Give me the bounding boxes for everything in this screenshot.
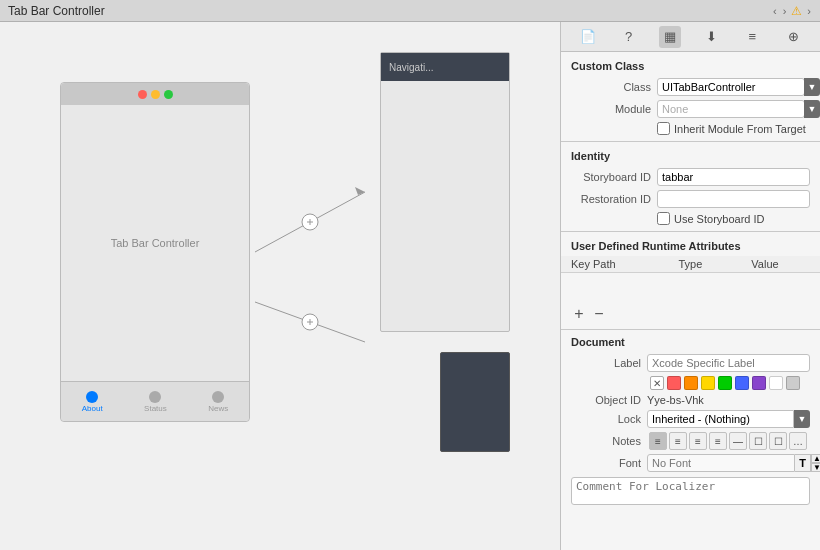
color-swatch-red[interactable] (667, 376, 681, 390)
notes-btn-box1[interactable]: ☐ (749, 432, 767, 450)
use-storyboard-label: Use Storyboard ID (674, 213, 764, 225)
use-storyboard-checkbox[interactable] (657, 212, 670, 225)
color-swatch-orange[interactable] (684, 376, 698, 390)
font-stepper: ▲ ▼ (811, 454, 820, 472)
notes-btn-align-right[interactable]: ≡ (689, 432, 707, 450)
col-value: Value (741, 256, 820, 273)
restoration-id-row: Restoration ID (561, 188, 820, 210)
object-id-value: Yye-bs-Vhk (647, 394, 704, 406)
tbc-body: Tab Bar Controller (61, 105, 249, 381)
title-bar: Tab Bar Controller ‹ › ⚠ › (0, 0, 820, 22)
svg-line-0 (255, 192, 365, 252)
nav-back-button[interactable]: ‹ (772, 5, 778, 17)
identity-section: Identity Storyboard ID Restoration ID Us… (561, 142, 820, 232)
right-panel: 📄 ? ▦ ⬇ ≡ ⊕ Custom Class Class ▼ Module (560, 22, 820, 550)
tbc-titlebar (61, 83, 249, 105)
font-T-button[interactable]: T (795, 454, 811, 472)
nav-next-button[interactable]: › (806, 5, 812, 17)
font-stepper-down[interactable]: ▼ (811, 463, 820, 472)
notes-btn-align-left[interactable]: ≡ (649, 432, 667, 450)
inherit-module-checkbox[interactable] (657, 122, 670, 135)
lock-label: Lock (571, 413, 641, 425)
nav-controller-mockup: Navigati... (380, 52, 510, 332)
lock-row: Lock Inherited - (Nothing) ▼ (561, 408, 820, 430)
tab-bar-controller-mockup: Tab Bar Controller About Status News (60, 82, 250, 422)
lock-select-wrapper: Inherited - (Nothing) ▼ (647, 410, 810, 428)
second-vc-mockup (440, 352, 510, 452)
class-select-wrapper: ▼ (657, 78, 820, 96)
warning-icon: ⚠ (791, 4, 802, 18)
font-input-wrapper: T ▲ ▼ (647, 454, 820, 472)
svg-point-2 (302, 214, 318, 230)
user-defined-section: User Defined Runtime Attributes Key Path… (561, 232, 820, 330)
object-id-label: Object ID (571, 394, 641, 406)
traffic-light-yellow (151, 90, 160, 99)
notes-label: Notes (571, 435, 641, 447)
tab-label-news: News (208, 404, 228, 413)
nav-header-label: Navigati... (389, 62, 433, 73)
tab-dot-status (149, 391, 161, 403)
notes-row: Notes ≡ ≡ ≡ ≡ — ☐ ☐ … (561, 430, 820, 452)
notes-btn-align-center[interactable]: ≡ (669, 432, 687, 450)
color-swatch-white[interactable] (769, 376, 783, 390)
inspector-connections-icon[interactable]: ⊕ (782, 26, 804, 48)
lock-select[interactable]: Inherited - (Nothing) (647, 410, 794, 428)
inspector-help-icon[interactable]: ? (618, 26, 640, 48)
attr-table-head: Key Path Type Value (561, 256, 820, 273)
attr-table: Key Path Type Value (561, 256, 820, 303)
color-swatch-yellow[interactable] (701, 376, 715, 390)
add-attr-button[interactable]: + (571, 306, 587, 322)
tab-item-about: About (82, 391, 103, 413)
class-input[interactable] (657, 78, 805, 96)
restoration-id-input[interactable] (657, 190, 810, 208)
document-header: Document (561, 334, 820, 352)
restoration-id-label: Restoration ID (571, 193, 651, 205)
notes-btn-more[interactable]: … (789, 432, 807, 450)
inherit-module-row: Inherit Module From Target (561, 120, 820, 137)
class-arrow-btn[interactable]: ▼ (804, 78, 820, 96)
tab-dot-about (86, 391, 98, 403)
font-label: Font (571, 457, 641, 469)
module-input[interactable] (657, 100, 805, 118)
inspector-toolbar: 📄 ? ▦ ⬇ ≡ ⊕ (561, 22, 820, 52)
inspector-identity-icon[interactable]: ▦ (659, 26, 681, 48)
canvas-area: Tab Bar Controller About Status News (0, 22, 560, 550)
col-type: Type (668, 256, 741, 273)
svg-line-5 (255, 302, 365, 342)
class-row: Class ▼ (561, 76, 820, 98)
remove-attr-button[interactable]: − (591, 306, 607, 322)
identity-header: Identity (561, 148, 820, 166)
color-swatch-purple[interactable] (752, 376, 766, 390)
module-arrow-btn[interactable]: ▼ (804, 100, 820, 118)
color-none-button[interactable]: ✕ (650, 376, 664, 390)
svg-point-6 (302, 314, 318, 330)
notes-btn-dash[interactable]: — (729, 432, 747, 450)
tab-label-about: About (82, 404, 103, 413)
nav-forward-button[interactable]: › (782, 5, 788, 17)
color-swatch-gray[interactable] (786, 376, 800, 390)
storyboard-id-input[interactable] (657, 168, 810, 186)
tbc-label: Tab Bar Controller (111, 237, 200, 249)
tab-label-status: Status (144, 404, 167, 413)
inspector-attributes-icon[interactable]: ⬇ (700, 26, 722, 48)
inspector-size-icon[interactable]: ≡ (741, 26, 763, 48)
user-defined-header: User Defined Runtime Attributes (561, 238, 820, 256)
tab-dot-news (212, 391, 224, 403)
font-input[interactable] (647, 454, 795, 472)
color-swatch-green[interactable] (718, 376, 732, 390)
inspector-file-icon[interactable]: 📄 (577, 26, 599, 48)
color-swatch-blue[interactable] (735, 376, 749, 390)
storyboard-id-row: Storyboard ID (561, 166, 820, 188)
tab-item-status: Status (144, 391, 167, 413)
lock-arrow-btn[interactable]: ▼ (794, 410, 810, 428)
module-label: Module (571, 103, 651, 115)
attr-table-body (561, 273, 820, 303)
comment-textarea[interactable] (571, 477, 810, 505)
label-input[interactable] (647, 354, 810, 372)
notes-btn-justify[interactable]: ≡ (709, 432, 727, 450)
title-bar-text: Tab Bar Controller (8, 4, 766, 18)
font-stepper-up[interactable]: ▲ (811, 454, 820, 463)
label-row: Label (561, 352, 820, 374)
notes-btn-box2[interactable]: ☐ (769, 432, 787, 450)
class-label: Class (571, 81, 651, 93)
